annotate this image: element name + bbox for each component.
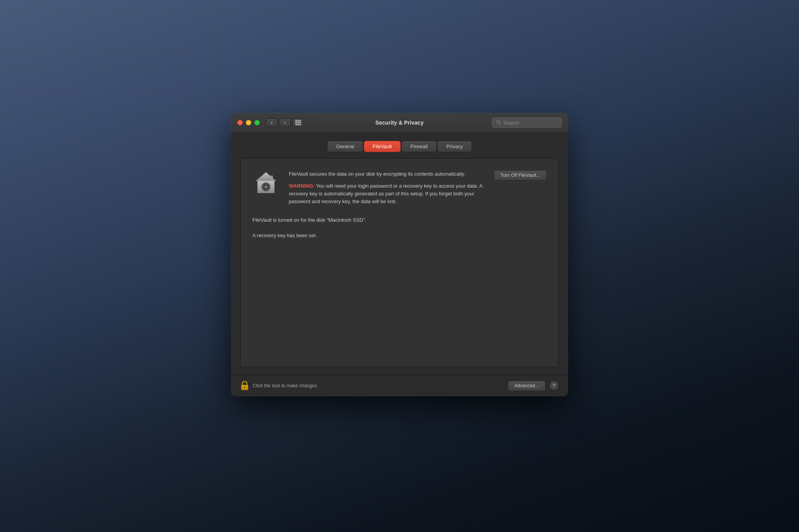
window-title: Security & Privacy — [375, 120, 424, 126]
search-input[interactable] — [503, 120, 557, 126]
svg-rect-14 — [244, 387, 245, 388]
back-button[interactable]: ‹ — [266, 118, 278, 127]
recovery-key-status: A recovery key has been set. — [252, 232, 547, 239]
traffic-lights — [237, 120, 260, 125]
tab-general[interactable]: General — [327, 141, 363, 152]
tab-bar: General FileVault Firewall Privacy — [240, 141, 559, 152]
filevault-icon — [252, 170, 279, 197]
grid-icon — [295, 120, 301, 125]
titlebar: ‹ › Security & Privacy — [231, 113, 568, 133]
lock-icon — [240, 381, 249, 391]
system-preferences-window: ‹ › Security & Privacy — [231, 113, 568, 396]
bottom-bar: Click the lock to make changes. Advanced… — [231, 375, 568, 396]
close-button[interactable] — [237, 120, 243, 125]
forward-button[interactable]: › — [279, 118, 291, 127]
svg-point-7 — [265, 185, 267, 188]
tab-privacy[interactable]: Privacy — [437, 141, 472, 152]
filevault-status: FileVault is turned on for the disk “Mac… — [252, 216, 547, 224]
help-button[interactable]: ? — [549, 381, 559, 390]
filevault-text-area: FileVault secures the data on your disk … — [289, 170, 485, 206]
warning-body: You will need your login password or a r… — [289, 183, 482, 204]
tab-firewall[interactable]: Firewall — [401, 141, 437, 152]
advanced-button[interactable]: Advanced... — [508, 381, 545, 391]
turn-off-filevault-button[interactable]: Turn Off FileVault... — [494, 170, 547, 180]
warning-text: WARNING: You will need your login passwo… — [289, 182, 485, 205]
search-bar[interactable] — [492, 118, 562, 128]
svg-rect-4 — [270, 176, 273, 181]
search-icon — [496, 120, 501, 126]
svg-marker-2 — [255, 172, 276, 181]
warning-label: WARNING: — [289, 183, 315, 189]
main-content: General FileVault Firewall Privacy — [231, 133, 568, 375]
minimize-button[interactable] — [246, 120, 251, 125]
filevault-description: FileVault secures the data on your disk … — [289, 170, 485, 178]
back-arrow-icon: ‹ — [271, 119, 273, 126]
maximize-button[interactable] — [254, 120, 260, 125]
tab-filevault[interactable]: FileVault — [364, 141, 401, 152]
filevault-header: FileVault secures the data on your disk … — [252, 170, 547, 206]
lock-label: Click the lock to make changes. — [253, 383, 318, 388]
filevault-panel: FileVault secures the data on your disk … — [240, 158, 559, 367]
grid-view-button[interactable] — [292, 118, 304, 127]
lock-button[interactable]: Click the lock to make changes. — [240, 381, 318, 391]
bottom-right: Advanced... ? — [508, 381, 559, 391]
svg-line-1 — [499, 123, 501, 124]
forward-arrow-icon: › — [284, 119, 286, 126]
nav-buttons: ‹ › — [266, 118, 291, 127]
